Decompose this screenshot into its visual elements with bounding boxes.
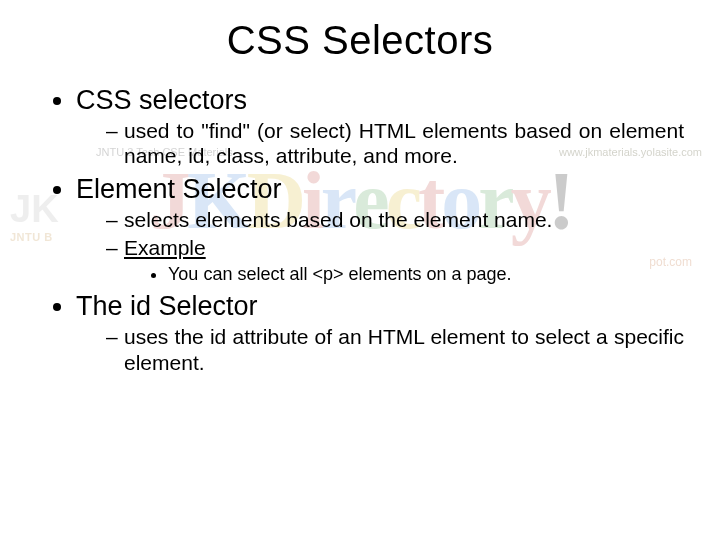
sub-bullet: selects elements based on the element na… [106,207,684,232]
example-label: Example [124,236,206,259]
sub-bullet: used to "find" (or select) HTML elements… [106,118,684,168]
sub-bullet-example: Example You can select all <p> elements … [106,235,684,286]
slide: CSS Selectors CSS selectors used to "fin… [0,0,720,375]
bullet-label: The id Selector [76,291,258,321]
bullet-id-selector: The id Selector uses the id attribute of… [76,291,684,374]
sub-bullet: uses the id attribute of an HTML element… [106,324,684,374]
bullet-element-selector: Element Selector selects elements based … [76,174,684,285]
bullet-css-selectors: CSS selectors used to "find" (or select)… [76,85,684,168]
bullet-list: CSS selectors used to "find" (or select)… [36,85,684,375]
sub-sub-bullet: You can select all <p> elements on a pag… [168,264,684,286]
bullet-label: Element Selector [76,174,282,204]
bullet-label: CSS selectors [76,85,247,115]
slide-title: CSS Selectors [36,18,684,63]
